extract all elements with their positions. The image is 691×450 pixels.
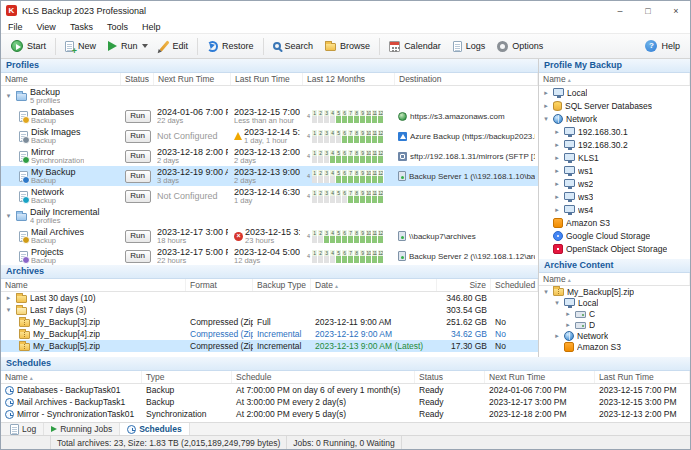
tree-item-c[interactable]: ▸C xyxy=(539,308,690,319)
profile-row[interactable]: Mail ArchivesBackupRun2023-12-17 3:00 PM… xyxy=(1,226,538,246)
chevron-down-icon[interactable]: ▾ xyxy=(4,304,13,316)
chevron-right-icon[interactable]: ▸ xyxy=(4,292,13,304)
toolbar-start-button[interactable]: Start xyxy=(5,37,52,55)
column-header-date[interactable]: Date xyxy=(311,279,437,291)
close-button[interactable]: × xyxy=(662,1,690,20)
chevron-down-icon[interactable]: ▾ xyxy=(542,288,550,296)
run-button[interactable]: Run xyxy=(125,110,151,123)
column-header-destination[interactable]: Destination xyxy=(395,73,538,85)
chevron-right-icon[interactable]: ▸ xyxy=(553,180,561,188)
tab-schedules[interactable]: Schedules xyxy=(120,423,190,435)
tree-item-sql-server-databases[interactable]: ▸SQL Server Databases xyxy=(539,99,690,112)
chevron-right-icon[interactable]: ▸ xyxy=(553,332,561,340)
column-header-last-run-time[interactable]: Last Run Time xyxy=(595,371,690,383)
tree-item-192-168-30-1[interactable]: ▸192.168.30.1 xyxy=(539,125,690,138)
profile-row[interactable]: ProjectsBackupRun2023-12-17 5:00 PM22 ho… xyxy=(1,246,538,265)
schedule-row[interactable]: Mirror - SynchronizationTask01Synchroniz… xyxy=(1,408,690,420)
toolbar-logs-button[interactable]: Logs xyxy=(447,38,492,55)
chevron-right-icon[interactable]: ▸ xyxy=(542,89,550,97)
column-header-status[interactable]: Status xyxy=(121,73,154,85)
run-button[interactable]: Run xyxy=(125,170,151,183)
chevron-right-icon[interactable]: ▸ xyxy=(553,193,561,201)
column-header-next-run-time[interactable]: Next Run Time xyxy=(154,73,231,85)
profile-row[interactable]: Disk ImagesBackupRunNot Configured2023-1… xyxy=(1,126,538,146)
column-header-last-run-time[interactable]: Last Run Time xyxy=(231,73,303,85)
column-header-status[interactable]: Status xyxy=(415,371,485,383)
chevron-right-icon[interactable]: ▸ xyxy=(542,102,550,110)
toolbar-calendar-button[interactable]: Calendar xyxy=(383,38,447,55)
minimize-button[interactable]: – xyxy=(606,1,634,20)
toolbar-search-button[interactable]: Search xyxy=(267,38,320,54)
tree-item-d[interactable]: ▸D xyxy=(539,319,690,330)
run-button[interactable]: Run xyxy=(125,230,151,243)
archive-row[interactable]: My_Backup[5].zipCompressed (Zip)Incremen… xyxy=(1,340,538,352)
column-header-name[interactable]: Name xyxy=(1,371,142,383)
run-button[interactable]: Run xyxy=(125,250,151,263)
chevron-down-icon[interactable]: ▾ xyxy=(4,212,13,220)
tree-item-kls1[interactable]: ▸KLS1 xyxy=(539,151,690,164)
tree-item-amazon-s3[interactable]: Amazon S3 xyxy=(539,216,690,229)
column-header-name[interactable]: Name xyxy=(1,279,186,291)
tree-item-network[interactable]: ▸Network xyxy=(539,330,690,341)
menu-item-help[interactable]: Help xyxy=(135,22,168,32)
profile-group-row[interactable]: ▾Backup5 profiles xyxy=(1,86,538,106)
archive-row[interactable]: My_Backup[3].zipCompressed (Zip)Full2023… xyxy=(1,316,538,328)
tree-item-google-cloud-storage[interactable]: Google Cloud Storage xyxy=(539,229,690,242)
column-header-name[interactable]: Name xyxy=(539,273,690,285)
run-button[interactable]: Run xyxy=(125,130,151,143)
run-button[interactable]: Run xyxy=(125,150,151,163)
chevron-right-icon[interactable]: ▸ xyxy=(553,154,561,162)
schedule-row[interactable]: Databases - BackupTask01BackupAt 7:00:00… xyxy=(1,384,690,396)
profile-row[interactable]: DatabasesBackupRun2024-01-06 7:00 PM22 d… xyxy=(1,106,538,126)
column-header-type[interactable]: Type xyxy=(142,371,232,383)
toolbar-help-button[interactable]: Help xyxy=(639,37,686,55)
toolbar-new-button[interactable]: New xyxy=(59,38,102,55)
profile-row[interactable]: My BackupBackupRun2023-12-19 9:00 AM3 da… xyxy=(1,166,538,186)
tree-item-openstack-object-storage[interactable]: OpenStack Object Storage xyxy=(539,242,690,255)
archive-group-row[interactable]: ▾Last 7 days (3)303.54 GB xyxy=(1,304,538,316)
toolbar-run-button[interactable]: Run xyxy=(102,38,154,54)
column-header-backup-type[interactable]: Backup Type xyxy=(253,279,311,291)
toolbar-browse-button[interactable]: Browse xyxy=(319,38,376,54)
toolbar-restore-button[interactable]: Restore xyxy=(201,38,260,55)
archive-row[interactable]: My_Backup[4].zipCompressed (Zip)Incremen… xyxy=(1,328,538,340)
chevron-down-icon[interactable]: ▾ xyxy=(542,115,550,123)
tree-item-local[interactable]: ▸Local xyxy=(539,86,690,99)
tree-item-my-backup-5-zip[interactable]: ▾My_Backup[5].zip xyxy=(539,286,690,297)
toolbar-options-button[interactable]: Options xyxy=(491,38,549,55)
profile-row[interactable]: NetworkBackupRunNot Configured2023-12-14… xyxy=(1,186,538,206)
column-header-last-12-months[interactable]: Last 12 Months xyxy=(303,73,395,85)
chevron-right-icon[interactable]: ▸ xyxy=(553,167,561,175)
tab-log[interactable]: Log xyxy=(3,423,44,435)
menu-item-view[interactable]: View xyxy=(30,22,63,32)
chevron-right-icon[interactable]: ▸ xyxy=(553,141,561,149)
chevron-right-icon[interactable]: ▸ xyxy=(564,310,572,318)
chevron-down-icon[interactable]: ▾ xyxy=(553,299,561,307)
schedule-row[interactable]: Mail Archives - BackupTask1BackupAt 3:00… xyxy=(1,396,690,408)
tree-item-network[interactable]: ▾Network xyxy=(539,112,690,125)
chevron-down-icon[interactable]: ▾ xyxy=(4,92,13,100)
column-header-name[interactable]: Name xyxy=(539,73,690,85)
tab-running-jobs[interactable]: Running Jobs xyxy=(44,423,120,435)
menu-item-tools[interactable]: Tools xyxy=(100,22,135,32)
chevron-right-icon[interactable]: ▸ xyxy=(553,128,561,136)
profile-group-row[interactable]: ▾Daily Incremental4 profiles xyxy=(1,206,538,226)
tree-item-amazon-s3[interactable]: Amazon S3 xyxy=(539,341,690,352)
tree-item-ws1[interactable]: ▸ws1 xyxy=(539,164,690,177)
maximize-button[interactable]: □ xyxy=(634,1,662,20)
column-header-format[interactable]: Format xyxy=(186,279,253,291)
tree-item-ws4[interactable]: ▸ws4 xyxy=(539,203,690,216)
archive-group-row[interactable]: ▸Last 30 days (10)346.80 GB xyxy=(1,292,538,304)
chevron-right-icon[interactable]: ▸ xyxy=(553,206,561,214)
run-button[interactable]: Run xyxy=(125,190,151,203)
toolbar-edit-button[interactable]: Edit xyxy=(154,37,195,55)
tree-item-ws2[interactable]: ▸ws2 xyxy=(539,177,690,190)
tree-item-192-168-30-2[interactable]: ▸192.168.30.2 xyxy=(539,138,690,151)
column-header-scheduled[interactable]: Scheduled xyxy=(491,279,538,291)
tree-item-local[interactable]: ▾Local xyxy=(539,297,690,308)
column-header-size[interactable]: Size xyxy=(437,279,491,291)
tree-item-ws3[interactable]: ▸ws3 xyxy=(539,190,690,203)
column-header-schedule[interactable]: Schedule xyxy=(232,371,415,383)
menu-item-file[interactable]: File xyxy=(1,22,30,32)
profile-row[interactable]: MirrorSynchronizationRun2023-12-18 2:00 … xyxy=(1,146,538,166)
